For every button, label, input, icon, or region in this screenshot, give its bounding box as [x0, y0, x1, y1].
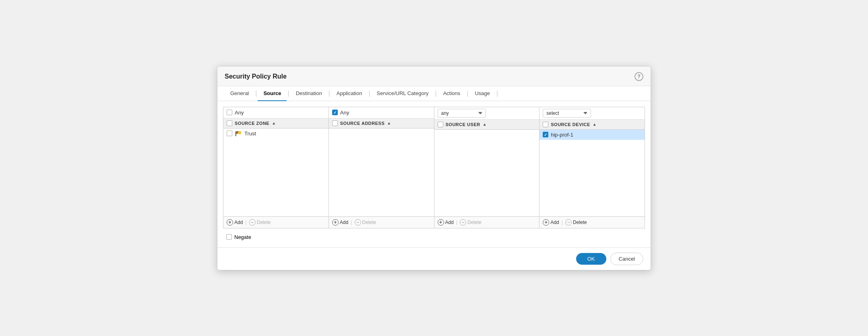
source-device-dropdown[interactable]: select any — [543, 109, 591, 118]
source-device-body: hip-prof-1 — [539, 130, 645, 216]
tab-general[interactable]: General — [225, 86, 254, 101]
source-zone-any-label: Any — [235, 110, 244, 116]
source-user-add-button[interactable]: + Add — [438, 219, 454, 226]
source-zone-sort-icon[interactable]: ▲ — [272, 121, 276, 125]
source-zone-trust-label: Trust — [244, 131, 256, 137]
dialog-title: Security Policy Rule — [225, 73, 287, 80]
panels-container: Any SOURCE ZONE ▲ — [223, 107, 645, 228]
tabs-bar: General | Source | Destination | Applica… — [217, 86, 651, 101]
source-zone-any-row: Any — [223, 107, 329, 118]
source-user-dropdown-row: any known-user unknown pre-logon — [434, 107, 539, 120]
add-icon: + — [543, 219, 549, 226]
source-address-any-label: Any — [340, 110, 349, 116]
source-device-row-hip-prof-1[interactable]: hip-prof-1 — [539, 130, 645, 140]
tab-service-url[interactable]: Service/URL Category — [371, 86, 434, 101]
source-device-panel: select any SOURCE DEVICE ▲ hip-prof-1 — [539, 107, 645, 228]
source-address-body — [329, 129, 434, 216]
add-icon: + — [438, 219, 444, 226]
source-address-footer: + Add | − Delete — [329, 216, 434, 228]
source-address-any-checkbox[interactable] — [332, 110, 338, 115]
source-address-add-button[interactable]: + Add — [332, 219, 348, 226]
source-user-header: SOURCE USER ▲ — [434, 120, 539, 130]
source-device-footer: + Add | − Delete — [539, 216, 645, 228]
source-address-header-label: SOURCE ADDRESS — [340, 121, 385, 126]
source-device-hip-prof-1-label: hip-prof-1 — [551, 132, 573, 138]
source-device-header-checkbox[interactable] — [543, 122, 548, 127]
tab-source[interactable]: Source — [258, 86, 287, 101]
source-device-header-label: SOURCE DEVICE — [551, 122, 590, 127]
trust-zone-icon — [235, 131, 242, 136]
negate-row: Negate — [223, 232, 645, 242]
source-device-add-button[interactable]: + Add — [543, 219, 559, 226]
tab-content: Any SOURCE ZONE ▲ — [217, 101, 651, 247]
source-user-body — [434, 130, 539, 216]
svg-rect-0 — [235, 131, 236, 136]
source-device-delete-button[interactable]: − Delete — [565, 219, 587, 226]
source-device-sort-icon[interactable]: ▲ — [593, 122, 597, 127]
source-zone-body: Trust — [223, 129, 329, 216]
source-zone-header-label: SOURCE ZONE — [235, 121, 269, 126]
delete-icon: − — [249, 219, 256, 226]
source-zone-row-trust[interactable]: Trust — [223, 129, 329, 139]
source-device-header: SOURCE DEVICE ▲ — [539, 120, 645, 130]
tab-actions[interactable]: Actions — [438, 86, 466, 101]
source-device-dropdown-row: select any — [539, 107, 645, 120]
dialog-header: Security Policy Rule ? — [217, 66, 651, 86]
delete-icon: − — [460, 219, 466, 226]
source-user-footer: + Add | − Delete — [434, 216, 539, 228]
source-zone-delete-button[interactable]: − Delete — [249, 219, 271, 226]
source-zone-footer: + Add | − Delete — [223, 216, 329, 228]
source-user-dropdown[interactable]: any known-user unknown pre-logon — [438, 109, 486, 118]
negate-checkbox[interactable] — [226, 234, 232, 240]
security-policy-rule-dialog: Security Policy Rule ? General | Source … — [217, 66, 651, 270]
delete-icon: − — [565, 219, 572, 226]
tab-usage[interactable]: Usage — [469, 86, 496, 101]
dialog-footer: OK Cancel — [217, 247, 651, 270]
source-address-panel: Any SOURCE ADDRESS ▲ + Add | − — [329, 107, 434, 228]
source-zone-header: SOURCE ZONE ▲ — [223, 118, 329, 129]
source-device-hip-prof-1-checkbox[interactable] — [543, 132, 548, 137]
source-address-sort-icon[interactable]: ▲ — [387, 121, 391, 125]
tab-destination[interactable]: Destination — [290, 86, 328, 101]
source-user-panel: any known-user unknown pre-logon SOURCE … — [434, 107, 540, 228]
cancel-button[interactable]: Cancel — [610, 253, 643, 265]
source-address-delete-button[interactable]: − Delete — [355, 219, 376, 226]
source-zone-header-checkbox[interactable] — [227, 120, 232, 126]
source-address-any-row: Any — [329, 107, 434, 118]
help-icon[interactable]: ? — [634, 72, 643, 81]
negate-label: Negate — [234, 234, 251, 240]
source-user-header-label: SOURCE USER — [446, 122, 480, 127]
source-address-header: SOURCE ADDRESS ▲ — [329, 118, 434, 129]
source-zone-panel: Any SOURCE ZONE ▲ — [223, 107, 329, 228]
source-zone-any-checkbox[interactable] — [227, 110, 232, 115]
source-zone-trust-checkbox[interactable] — [227, 131, 232, 136]
delete-icon: − — [355, 219, 361, 226]
source-zone-add-button[interactable]: + Add — [227, 219, 243, 226]
source-user-delete-button[interactable]: − Delete — [460, 219, 482, 226]
source-user-header-checkbox[interactable] — [438, 122, 443, 127]
tab-application[interactable]: Application — [331, 86, 368, 101]
ok-button[interactable]: OK — [576, 253, 606, 265]
source-user-sort-icon[interactable]: ▲ — [483, 122, 487, 127]
add-icon: + — [227, 219, 233, 226]
add-icon: + — [332, 219, 339, 226]
source-address-header-checkbox[interactable] — [332, 120, 338, 126]
